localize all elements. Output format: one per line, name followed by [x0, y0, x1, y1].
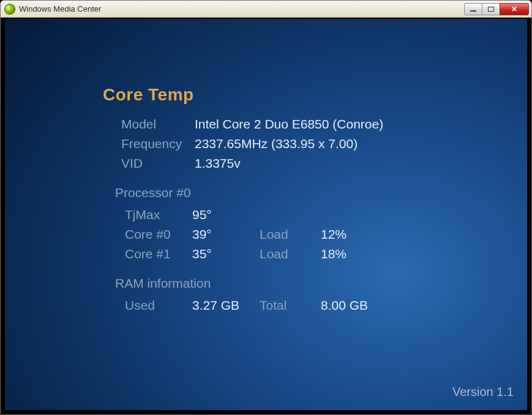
window-frame: Windows Media Center ✕ Core Temp Model I… — [0, 0, 532, 415]
core-1-label: Core #1 — [125, 247, 192, 261]
core-1-load-value: 18% — [321, 247, 347, 261]
app-icon — [4, 4, 15, 15]
window-title: Windows Media Center — [19, 4, 101, 13]
ram-block: Used 3.27 GB Total 8.00 GB — [125, 298, 383, 313]
maximize-button[interactable] — [482, 3, 500, 15]
ram-heading: RAM information — [115, 276, 383, 291]
titlebar[interactable]: Windows Media Center ✕ — [1, 1, 531, 18]
core-temp-panel: Core Temp Model Intel Core 2 Duo E6850 (… — [121, 85, 383, 318]
close-icon: ✕ — [511, 5, 517, 13]
ram-total-value: 8.00 GB — [321, 298, 368, 313]
frequency-value: 2337.65MHz (333.95 x 7.00) — [195, 136, 358, 151]
close-button[interactable]: ✕ — [500, 3, 529, 15]
vid-row: VID 1.3375v — [121, 156, 383, 171]
ram-row: Used 3.27 GB Total 8.00 GB — [125, 298, 383, 313]
frequency-label: Frequency — [121, 136, 195, 151]
window-controls: ✕ — [465, 3, 529, 15]
vid-value: 1.3375v — [195, 156, 241, 171]
vid-label: VID — [121, 156, 195, 171]
core-0-label: Core #0 — [125, 227, 192, 242]
tjmax-value: 95° — [192, 208, 260, 222]
app-title: Core Temp — [103, 85, 383, 105]
minimize-button[interactable] — [464, 3, 482, 15]
tjmax-row: TjMax 95° — [125, 208, 383, 222]
minimize-icon — [470, 10, 476, 12]
core-row-0: Core #0 39° Load 12% — [125, 227, 383, 242]
core-row-1: Core #1 35° Load 18% — [125, 247, 383, 261]
version-label: Version 1.1 — [452, 385, 514, 399]
processor-block: TjMax 95° Core #0 39° Load 12% Core #1 3… — [125, 208, 383, 261]
frequency-row: Frequency 2337.65MHz (333.95 x 7.00) — [121, 136, 383, 151]
tjmax-label: TjMax — [125, 208, 192, 222]
core-1-temp: 35° — [192, 247, 260, 261]
ram-used-label: Used — [125, 298, 192, 313]
model-row: Model Intel Core 2 Duo E6850 (Conroe) — [121, 117, 383, 132]
core-1-load-label: Load — [260, 247, 321, 261]
core-0-temp: 39° — [192, 227, 260, 242]
client-area: Core Temp Model Intel Core 2 Duo E6850 (… — [4, 18, 528, 411]
ram-total-label: Total — [260, 298, 321, 313]
maximize-icon — [488, 7, 494, 12]
core-0-load-label: Load — [260, 227, 321, 242]
core-0-load-value: 12% — [321, 227, 347, 242]
model-label: Model — [121, 117, 195, 132]
model-value: Intel Core 2 Duo E6850 (Conroe) — [195, 117, 383, 132]
processor-heading: Processor #0 — [115, 185, 383, 200]
ram-used-value: 3.27 GB — [192, 298, 260, 313]
